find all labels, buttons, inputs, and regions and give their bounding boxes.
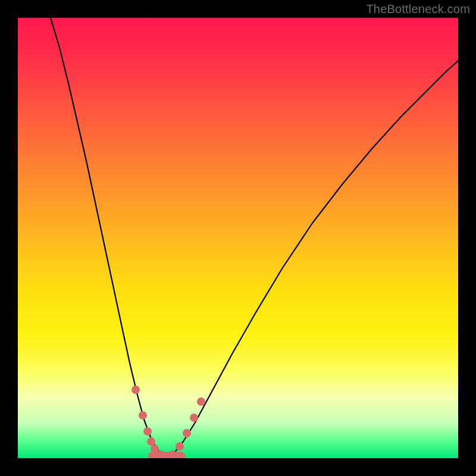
marker-point bbox=[131, 386, 140, 394]
marker-point bbox=[139, 411, 147, 419]
chart-frame: TheBottleneck.com bbox=[0, 0, 476, 476]
marker-point bbox=[190, 414, 198, 422]
marker-point bbox=[183, 429, 191, 437]
marker-point bbox=[176, 442, 184, 450]
chart-plot-area bbox=[18, 18, 458, 458]
marker-point bbox=[151, 444, 159, 453]
series-curve-left bbox=[51, 18, 167, 457]
series-curve-right bbox=[167, 61, 458, 457]
chart-curves bbox=[51, 18, 458, 457]
watermark-text: TheBottleneck.com bbox=[366, 2, 470, 16]
chart-svg bbox=[18, 18, 458, 458]
marker-point bbox=[143, 427, 152, 436]
marker-point bbox=[147, 437, 155, 446]
marker-point bbox=[197, 397, 205, 406]
chart-markers bbox=[131, 386, 205, 458]
